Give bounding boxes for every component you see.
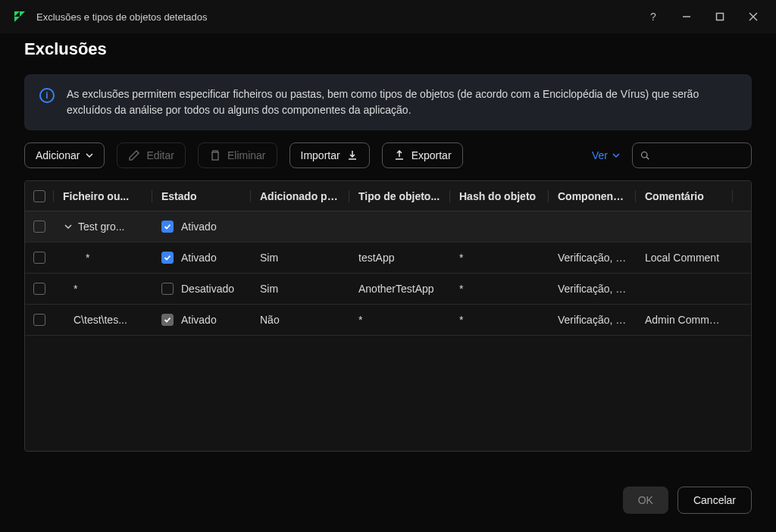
minimize-button[interactable] bbox=[673, 5, 700, 29]
export-button-label: Exportar bbox=[411, 149, 452, 161]
cell-added: Sim bbox=[251, 252, 349, 264]
titlebar: Exclusões e tipos de objetos detetados ? bbox=[0, 0, 776, 33]
state-checkbox[interactable] bbox=[161, 252, 174, 264]
window-title: Exclusões e tipos de objetos detetados bbox=[36, 11, 207, 23]
add-button-label: Adicionar bbox=[36, 149, 80, 161]
cell-added: Não bbox=[251, 314, 349, 326]
add-button[interactable]: Adicionar bbox=[24, 142, 105, 168]
view-dropdown[interactable]: Ver bbox=[592, 149, 620, 161]
svg-point-4 bbox=[641, 152, 646, 158]
search-box[interactable] bbox=[632, 142, 752, 168]
search-icon bbox=[640, 150, 649, 161]
table-header: Ficheiro ou... Estado Adicionado pe... T… bbox=[25, 181, 751, 211]
ok-button[interactable]: OK bbox=[623, 487, 668, 514]
trash-icon bbox=[209, 149, 221, 161]
cell-hash: * bbox=[450, 252, 549, 264]
cell-components: Verificação, Prot... bbox=[549, 314, 636, 326]
pencil-icon bbox=[128, 149, 140, 161]
edit-button[interactable]: Editar bbox=[117, 142, 186, 168]
header-hash[interactable]: Hash do objeto bbox=[450, 190, 549, 202]
cell-type: * bbox=[349, 314, 450, 326]
cell-comment: Local Comment bbox=[636, 252, 733, 264]
cell-state: Ativado bbox=[152, 221, 251, 233]
table-row[interactable]: Test gro...Ativado bbox=[25, 211, 751, 243]
header-file[interactable]: Ficheiro ou... bbox=[54, 190, 152, 202]
info-icon: i bbox=[39, 88, 55, 103]
cell-added: Sim bbox=[251, 283, 349, 295]
cell-file: * bbox=[54, 283, 152, 295]
cell-file: C\test\tes... bbox=[54, 314, 152, 326]
cell-type: AnotherTestApp bbox=[349, 283, 450, 295]
svg-rect-1 bbox=[717, 14, 724, 20]
cell-state: Desativado bbox=[152, 283, 251, 295]
header-comment[interactable]: Comentário bbox=[636, 190, 733, 202]
edit-button-label: Editar bbox=[146, 149, 174, 161]
import-icon bbox=[346, 149, 358, 161]
cell-file: * bbox=[54, 252, 152, 264]
chevron-down-icon bbox=[612, 152, 620, 159]
search-input[interactable] bbox=[656, 149, 743, 161]
delete-button[interactable]: Eliminar bbox=[198, 142, 277, 168]
select-all-checkbox[interactable] bbox=[33, 190, 45, 202]
cell-hash: * bbox=[450, 314, 549, 326]
export-icon bbox=[393, 149, 405, 161]
state-checkbox[interactable] bbox=[161, 221, 174, 233]
maximize-button[interactable] bbox=[706, 5, 734, 29]
close-button[interactable] bbox=[740, 5, 767, 29]
info-banner: i As exclusões permitem especificar fich… bbox=[24, 74, 752, 130]
header-type[interactable]: Tipo de objeto... bbox=[349, 190, 450, 202]
exclusions-table: Ficheiro ou... Estado Adicionado pe... T… bbox=[24, 180, 752, 452]
table-body: Test gro...Ativado*AtivadoSimtestApp*Ver… bbox=[25, 211, 751, 336]
page-title: Exclusões bbox=[24, 39, 752, 59]
header-state[interactable]: Estado bbox=[152, 190, 251, 202]
row-checkbox[interactable] bbox=[33, 314, 45, 326]
table-row[interactable]: C\test\tes...AtivadoNão**Verificação, Pr… bbox=[25, 305, 751, 336]
footer: OK Cancelar bbox=[623, 487, 752, 514]
import-button[interactable]: Importar bbox=[289, 142, 370, 168]
table-row[interactable]: *AtivadoSimtestApp*Verificação, Prot...L… bbox=[25, 243, 751, 274]
help-button[interactable]: ? bbox=[640, 5, 667, 29]
app-logo bbox=[12, 9, 27, 24]
view-label: Ver bbox=[592, 149, 608, 161]
cell-hash: * bbox=[450, 283, 549, 295]
export-button[interactable]: Exportar bbox=[382, 142, 463, 168]
cell-file: Test gro... bbox=[54, 221, 152, 233]
state-checkbox[interactable] bbox=[161, 283, 174, 295]
cell-comment: Admin Comment bbox=[636, 314, 733, 326]
table-row[interactable]: *DesativadoSimAnotherTestApp*Verificação… bbox=[25, 274, 751, 305]
import-button-label: Importar bbox=[301, 149, 340, 161]
row-checkbox[interactable] bbox=[33, 283, 45, 295]
expand-icon[interactable] bbox=[63, 221, 74, 232]
cancel-button[interactable]: Cancelar bbox=[677, 487, 752, 514]
toolbar: Adicionar Editar Eliminar Importar Expor… bbox=[24, 142, 752, 168]
delete-button-label: Eliminar bbox=[227, 149, 266, 161]
svg-line-5 bbox=[646, 157, 649, 159]
row-checkbox[interactable] bbox=[33, 252, 45, 264]
cell-state: Ativado bbox=[152, 314, 251, 326]
state-checkbox[interactable] bbox=[161, 314, 174, 326]
chevron-down-icon bbox=[86, 152, 93, 159]
cell-components: Verificação, Prot... bbox=[549, 252, 636, 264]
info-text: As exclusões permitem especificar fichei… bbox=[67, 86, 737, 118]
cell-type: testApp bbox=[349, 252, 450, 264]
header-components[interactable]: Componentes... bbox=[549, 190, 636, 202]
header-added[interactable]: Adicionado pe... bbox=[251, 190, 349, 202]
row-checkbox[interactable] bbox=[33, 221, 45, 233]
cell-components: Verificação, Prot... bbox=[549, 283, 636, 295]
cell-state: Ativado bbox=[152, 252, 251, 264]
